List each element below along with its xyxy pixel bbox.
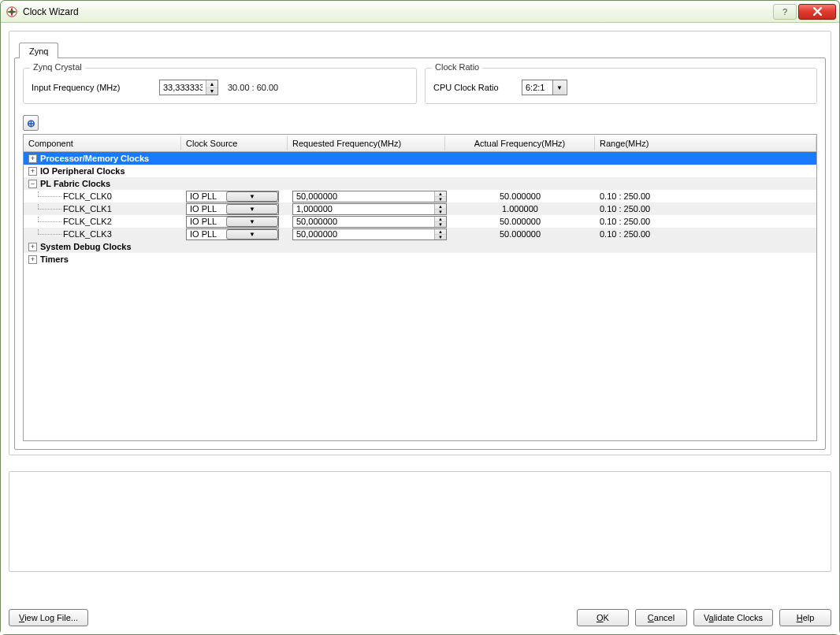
btn-label-tail: iew Log File... [24, 613, 78, 622]
group-label: System Debug Clocks [40, 242, 132, 251]
frequency-range: 0.10 : 250.00 [595, 191, 816, 202]
app-icon [6, 6, 18, 18]
input-frequency-field[interactable] [160, 80, 206, 95]
actual-frequency: 50.000000 [445, 216, 595, 227]
col-range[interactable]: Range(MHz) [595, 136, 816, 150]
titlebar-help-button[interactable]: ? [773, 4, 797, 20]
table-body: + Processor/Memory Clocks + IO Periphera… [24, 152, 816, 266]
clock-name: FCLK_CLK0 [63, 191, 112, 201]
help-icon: ? [782, 7, 787, 17]
cpu-clock-ratio-label: CPU Clock Ratio [433, 83, 512, 92]
frequency-range: 0.10 : 250.00 [595, 216, 816, 227]
expand-icon[interactable]: + [28, 154, 37, 163]
clock-source-combo[interactable]: IO PLL ▼ [186, 216, 279, 228]
spin-up-icon[interactable]: ▲ [435, 229, 446, 235]
tree-group-pl-fabric[interactable]: − PL Fabric Clocks [24, 177, 816, 190]
group-label: PL Fabric Clocks [40, 179, 110, 188]
tree-connector-icon [32, 204, 61, 214]
validate-clocks-button[interactable]: Validate Clocks [693, 609, 773, 626]
clock-source-combo[interactable]: IO PLL ▼ [186, 203, 279, 215]
group-legend: Clock Ratio [432, 62, 482, 72]
help-button[interactable]: Help [779, 609, 831, 626]
spin-down-icon[interactable]: ▼ [206, 88, 217, 95]
tab-zynq[interactable]: Zynq [19, 43, 58, 58]
tree-connector-icon [32, 217, 61, 226]
lower-panel [9, 471, 831, 572]
client-area: Zynq Zynq Crystal Input Frequency (MHz) [1, 23, 839, 634]
tree-group-io-peripheral[interactable]: + IO Peripheral Clocks [24, 165, 816, 177]
col-clock-source[interactable]: Clock Source [181, 136, 288, 150]
col-requested-frequency[interactable]: Requested Frequency(MHz) [288, 136, 445, 150]
titlebar-close-button[interactable] [798, 4, 836, 20]
view-log-file-button[interactable]: View Log File... [9, 609, 88, 626]
table-header: Component Clock Source Requested Frequen… [24, 135, 816, 152]
tree-connector-icon [32, 229, 61, 239]
close-icon [813, 7, 822, 16]
chevron-down-icon[interactable]: ▼ [226, 217, 278, 227]
clock-wizard-window: Clock Wizard ? Zynq [0, 0, 840, 635]
titlebar: Clock Wizard ? [1, 1, 839, 23]
cpu-clock-ratio-combo[interactable]: ▼ [522, 80, 567, 95]
requested-frequency-spinner[interactable]: 50,000000 ▲▼ [292, 216, 447, 228]
clock-name: FCLK_CLK3 [63, 229, 112, 239]
cancel-button[interactable]: Cancel [635, 609, 687, 626]
clock-tree-table: Component Clock Source Requested Frequen… [23, 134, 817, 441]
upper-panel: Zynq Zynq Crystal Input Frequency (MHz) [9, 31, 831, 455]
chevron-down-icon[interactable]: ▼ [552, 80, 566, 95]
tab-body: Zynq Crystal Input Frequency (MHz) ▲ ▼ [14, 58, 826, 450]
spin-up-icon[interactable]: ▲ [435, 191, 446, 197]
tree-group-processor-memory[interactable]: + Processor/Memory Clocks [24, 152, 816, 165]
group-legend: Zynq Crystal [30, 62, 85, 72]
add-clock-button[interactable]: ⊕ [23, 115, 39, 131]
chevron-down-icon[interactable]: ▼ [226, 229, 278, 240]
tree-group-system-debug[interactable]: + System Debug Clocks [24, 240, 816, 253]
plus-icon: ⊕ [27, 117, 35, 129]
table-row[interactable]: FCLK_CLK2 IO PLL ▼ 50,000000 [24, 215, 816, 228]
clock-name: FCLK_CLK1 [63, 204, 112, 214]
collapse-icon[interactable]: − [28, 180, 37, 188]
actual-frequency: 50.000000 [445, 228, 595, 240]
tree-connector-icon [32, 191, 61, 201]
input-frequency-range: 30.00 : 60.00 [228, 83, 278, 92]
clock-source-combo[interactable]: IO PLL ▼ [186, 228, 279, 240]
table-row[interactable]: FCLK_CLK0 IO PLL ▼ 50,000000 [24, 190, 816, 202]
window-title: Clock Wizard [23, 6, 771, 17]
group-zynq-crystal: Zynq Crystal Input Frequency (MHz) ▲ ▼ [23, 68, 417, 104]
spin-up-icon[interactable]: ▲ [435, 217, 446, 222]
group-clock-ratio: Clock Ratio CPU Clock Ratio ▼ [425, 68, 817, 104]
expand-icon[interactable]: + [28, 255, 37, 264]
clock-source-combo[interactable]: IO PLL ▼ [186, 191, 279, 202]
group-label: Timers [40, 254, 69, 264]
col-actual-frequency[interactable]: Actual Frequency(MHz) [445, 136, 595, 150]
requested-frequency-spinner[interactable]: 1,000000 ▲▼ [292, 203, 447, 215]
cpu-clock-ratio-field[interactable] [522, 80, 552, 95]
spin-down-icon[interactable]: ▼ [435, 210, 446, 214]
input-frequency-spinner[interactable]: ▲ ▼ [159, 80, 218, 95]
actual-frequency: 1.000000 [445, 203, 595, 214]
col-component[interactable]: Component [24, 136, 181, 150]
tabstrip: Zynq [14, 38, 826, 58]
footer: View Log File... OK Cancel Validate Cloc… [9, 609, 831, 626]
tree-group-timers[interactable]: + Timers [24, 253, 816, 266]
chevron-down-icon[interactable]: ▼ [226, 191, 278, 202]
expand-icon[interactable]: + [28, 243, 37, 251]
group-label: Processor/Memory Clocks [40, 154, 149, 163]
clock-name: FCLK_CLK2 [63, 217, 112, 226]
spin-down-icon[interactable]: ▼ [435, 235, 446, 240]
ok-button[interactable]: OK [577, 609, 629, 626]
input-frequency-label: Input Frequency (MHz) [32, 83, 150, 92]
chevron-down-icon[interactable]: ▼ [226, 204, 278, 214]
frequency-range: 0.10 : 250.00 [595, 228, 816, 240]
spin-down-icon[interactable]: ▼ [435, 222, 446, 227]
expand-icon[interactable]: + [28, 167, 37, 176]
table-row[interactable]: FCLK_CLK3 IO PLL ▼ 50,000000 [24, 228, 816, 240]
requested-frequency-spinner[interactable]: 50,000000 ▲▼ [292, 228, 447, 240]
spin-up-icon[interactable]: ▲ [435, 204, 446, 210]
spin-down-icon[interactable]: ▼ [435, 197, 446, 202]
spin-up-icon[interactable]: ▲ [206, 80, 217, 88]
requested-frequency-spinner[interactable]: 50,000000 ▲▼ [292, 191, 447, 202]
tab-label: Zynq [29, 46, 48, 56]
actual-frequency: 50.000000 [445, 191, 595, 202]
frequency-range: 0.10 : 250.00 [595, 203, 816, 214]
table-row[interactable]: FCLK_CLK1 IO PLL ▼ 1,000000 [24, 202, 816, 215]
